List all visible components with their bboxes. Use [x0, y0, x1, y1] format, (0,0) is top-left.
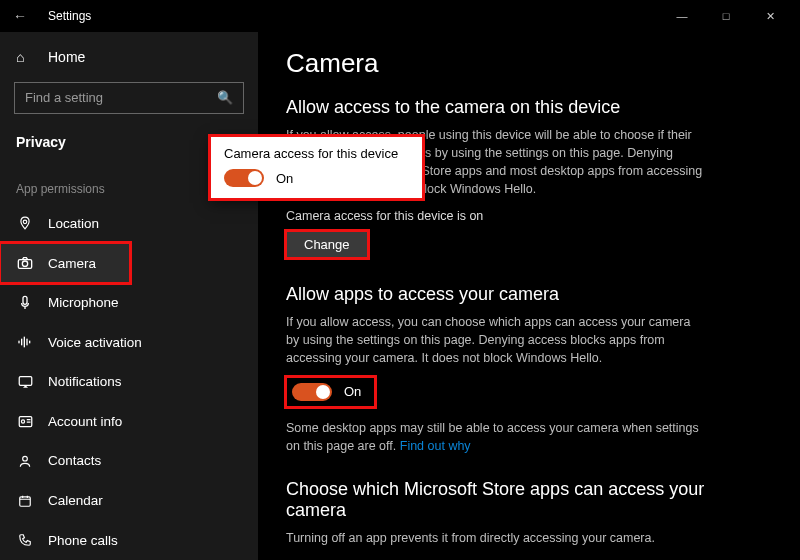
- maximize-button[interactable]: □: [704, 0, 748, 32]
- sidebar: ⌂ Home Find a setting 🔍 Privacy App perm…: [0, 32, 258, 560]
- search-placeholder: Find a setting: [25, 90, 103, 105]
- sidebar-home-label: Home: [48, 49, 85, 65]
- svg-rect-8: [29, 341, 30, 344]
- camera-icon: [16, 256, 34, 270]
- svg-rect-5: [21, 339, 22, 346]
- section3-heading: Choose which Microsoft Store apps can ac…: [286, 479, 706, 521]
- sidebar-item-label: Account info: [48, 414, 122, 429]
- sidebar-item-account-info[interactable]: Account info: [0, 402, 258, 442]
- voice-icon: [16, 335, 34, 349]
- svg-rect-4: [18, 341, 19, 344]
- svg-rect-9: [19, 377, 32, 386]
- svg-rect-13: [20, 496, 31, 505]
- sidebar-item-notifications[interactable]: Notifications: [0, 362, 258, 402]
- svg-rect-3: [23, 296, 27, 304]
- svg-point-0: [23, 221, 27, 225]
- svg-point-12: [23, 456, 28, 461]
- contacts-icon: [16, 454, 34, 468]
- microphone-icon: [16, 295, 34, 311]
- sidebar-item-label: Location: [48, 216, 99, 231]
- page-title: Camera: [286, 48, 772, 79]
- minimize-button[interactable]: ―: [660, 0, 704, 32]
- sidebar-item-calendar[interactable]: Calendar: [0, 481, 258, 521]
- change-button[interactable]: Change: [286, 231, 368, 258]
- sidebar-item-label: Phone calls: [48, 533, 118, 548]
- section2-desc: If you allow access, you can choose whic…: [286, 313, 706, 367]
- sidebar-item-contacts[interactable]: Contacts: [0, 441, 258, 481]
- section2-note: Some desktop apps may still be able to a…: [286, 419, 706, 455]
- search-icon: 🔍: [217, 90, 233, 105]
- popup-toggle-label: On: [276, 171, 293, 186]
- back-button[interactable]: ←: [8, 8, 32, 24]
- search-input[interactable]: Find a setting 🔍: [14, 82, 244, 114]
- sidebar-item-label: Microphone: [48, 295, 119, 310]
- allow-apps-toggle-label: On: [344, 384, 361, 399]
- sidebar-home[interactable]: ⌂ Home: [0, 38, 258, 76]
- section1-heading: Allow access to the camera on this devic…: [286, 97, 772, 118]
- popup-toggle[interactable]: [224, 169, 264, 187]
- home-icon: ⌂: [16, 49, 34, 65]
- camera-access-popup: Camera access for this device On: [210, 136, 423, 199]
- location-icon: [16, 216, 34, 230]
- sidebar-item-label: Voice activation: [48, 335, 142, 350]
- find-out-why-link[interactable]: Find out why: [400, 439, 471, 453]
- svg-point-2: [22, 261, 27, 266]
- content-pane: Camera Allow access to the camera on thi…: [258, 32, 800, 560]
- svg-rect-6: [24, 337, 25, 348]
- sidebar-item-label: Camera: [48, 256, 96, 271]
- sidebar-item-label: Contacts: [48, 453, 101, 468]
- close-button[interactable]: ✕: [748, 0, 792, 32]
- account-icon: [16, 415, 34, 428]
- section1-status: Camera access for this device is on: [286, 209, 772, 223]
- sidebar-item-phone-calls[interactable]: Phone calls: [0, 520, 258, 560]
- sidebar-item-label: Notifications: [48, 374, 122, 389]
- notifications-icon: [16, 375, 34, 388]
- sidebar-item-label: Calendar: [48, 493, 103, 508]
- section2-heading: Allow apps to access your camera: [286, 284, 772, 305]
- titlebar: ← Settings ― □ ✕: [0, 0, 800, 32]
- sidebar-item-voice-activation[interactable]: Voice activation: [0, 322, 258, 362]
- svg-rect-7: [26, 339, 27, 346]
- window-title: Settings: [48, 9, 91, 23]
- popup-title: Camera access for this device: [224, 146, 409, 161]
- svg-point-11: [21, 420, 24, 423]
- phone-icon: [16, 533, 34, 547]
- sidebar-item-location[interactable]: Location: [0, 204, 258, 244]
- allow-apps-toggle-row: On: [286, 377, 375, 407]
- sidebar-item-microphone[interactable]: Microphone: [0, 283, 258, 323]
- calendar-icon: [16, 494, 34, 508]
- section3-desc: Turning off an app prevents it from dire…: [286, 529, 706, 547]
- sidebar-item-camera[interactable]: Camera: [0, 243, 130, 283]
- allow-apps-toggle[interactable]: [292, 383, 332, 401]
